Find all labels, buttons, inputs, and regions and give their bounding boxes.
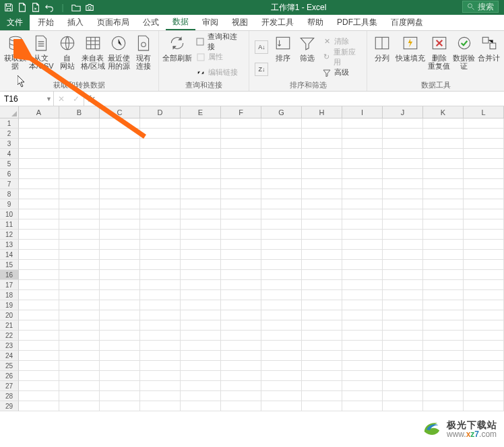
cell[interactable]: [423, 118, 464, 129]
cell[interactable]: [221, 341, 261, 351]
row-header[interactable]: 1: [0, 118, 19, 129]
cell[interactable]: [261, 209, 302, 219]
cell[interactable]: [140, 361, 181, 371]
cell[interactable]: [221, 129, 261, 139]
cell[interactable]: [464, 260, 504, 270]
cell[interactable]: [19, 331, 59, 341]
cell[interactable]: [100, 361, 140, 371]
cell[interactable]: [140, 381, 181, 391]
cell[interactable]: [423, 219, 464, 230]
row-header[interactable]: 10: [0, 209, 19, 219]
cell[interactable]: [383, 230, 423, 240]
cell[interactable]: [423, 280, 464, 290]
cell[interactable]: [19, 159, 59, 169]
cell[interactable]: [342, 199, 383, 209]
cell[interactable]: [100, 230, 140, 240]
cell[interactable]: [181, 290, 221, 300]
properties-button[interactable]: 属性: [196, 50, 244, 64]
enter-icon[interactable]: ✓: [73, 94, 80, 104]
cell[interactable]: [221, 300, 261, 310]
cell[interactable]: [140, 260, 181, 270]
cell[interactable]: [181, 189, 221, 199]
row-header[interactable]: 25: [0, 361, 19, 371]
cell[interactable]: [342, 149, 383, 159]
cell[interactable]: [464, 169, 504, 179]
cell[interactable]: [100, 401, 140, 411]
edit-links-button[interactable]: 编辑链接: [196, 66, 244, 79]
cell[interactable]: [464, 381, 504, 391]
cell[interactable]: [181, 250, 221, 260]
cell[interactable]: [19, 240, 59, 250]
cell[interactable]: [261, 159, 302, 169]
cell[interactable]: [100, 118, 140, 129]
new-icon[interactable]: [16, 1, 28, 13]
column-header[interactable]: H: [302, 106, 342, 118]
cell[interactable]: [383, 320, 423, 331]
cell[interactable]: [181, 118, 221, 129]
cell[interactable]: [464, 280, 504, 290]
cell[interactable]: [59, 250, 100, 260]
cell[interactable]: [59, 351, 100, 361]
from-table-button[interactable]: 来自表 格/区域: [80, 32, 106, 80]
cell[interactable]: [423, 199, 464, 209]
cell[interactable]: [181, 169, 221, 179]
row-header[interactable]: 17: [0, 280, 19, 290]
row-header[interactable]: 23: [0, 341, 19, 351]
cell[interactable]: [342, 118, 383, 129]
cell[interactable]: [342, 320, 383, 331]
cell[interactable]: [19, 371, 59, 381]
row-header[interactable]: 5: [0, 159, 19, 169]
save-as-icon[interactable]: [30, 1, 42, 13]
cell[interactable]: [261, 189, 302, 199]
cell[interactable]: [100, 219, 140, 230]
name-box[interactable]: T16 ▼: [0, 92, 54, 106]
tab-data[interactable]: 数据: [166, 15, 195, 30]
cell[interactable]: [302, 209, 342, 219]
cell[interactable]: [140, 280, 181, 290]
advanced-filter-button[interactable]: 高级: [322, 66, 361, 79]
cell[interactable]: [100, 381, 140, 391]
text-to-columns-button[interactable]: 分列: [370, 32, 394, 80]
cell[interactable]: [221, 320, 261, 331]
queries-button[interactable]: 查询和连接: [196, 35, 244, 48]
cell[interactable]: [464, 199, 504, 209]
cell[interactable]: [59, 320, 100, 331]
tab-file[interactable]: 文件: [0, 15, 30, 30]
cell[interactable]: [342, 391, 383, 401]
cell[interactable]: [464, 179, 504, 189]
row-header[interactable]: 19: [0, 300, 19, 310]
cell[interactable]: [100, 300, 140, 310]
cell[interactable]: [423, 331, 464, 341]
cell[interactable]: [100, 391, 140, 401]
cell[interactable]: [383, 300, 423, 310]
row-header[interactable]: 2: [0, 129, 19, 139]
cell[interactable]: [19, 149, 59, 159]
cell[interactable]: [140, 159, 181, 169]
cell[interactable]: [302, 199, 342, 209]
cell[interactable]: [423, 341, 464, 351]
cell[interactable]: [59, 149, 100, 159]
cell[interactable]: [19, 341, 59, 351]
cell[interactable]: [302, 290, 342, 300]
cell[interactable]: [100, 159, 140, 169]
cell[interactable]: [140, 240, 181, 250]
cell[interactable]: [140, 139, 181, 149]
cell[interactable]: [59, 209, 100, 219]
cell[interactable]: [140, 149, 181, 159]
cell[interactable]: [59, 361, 100, 371]
row-header[interactable]: 3: [0, 139, 19, 149]
cell[interactable]: [302, 159, 342, 169]
cell[interactable]: [464, 240, 504, 250]
cell[interactable]: [100, 189, 140, 199]
cell[interactable]: [383, 179, 423, 189]
cell[interactable]: [19, 230, 59, 240]
cell[interactable]: [181, 199, 221, 209]
cell[interactable]: [100, 250, 140, 260]
cell[interactable]: [464, 310, 504, 320]
cell[interactable]: [342, 371, 383, 381]
tab-help[interactable]: 帮助: [301, 15, 330, 30]
cell[interactable]: [383, 401, 423, 411]
cell[interactable]: [261, 341, 302, 351]
cell[interactable]: [342, 179, 383, 189]
cell[interactable]: [261, 149, 302, 159]
